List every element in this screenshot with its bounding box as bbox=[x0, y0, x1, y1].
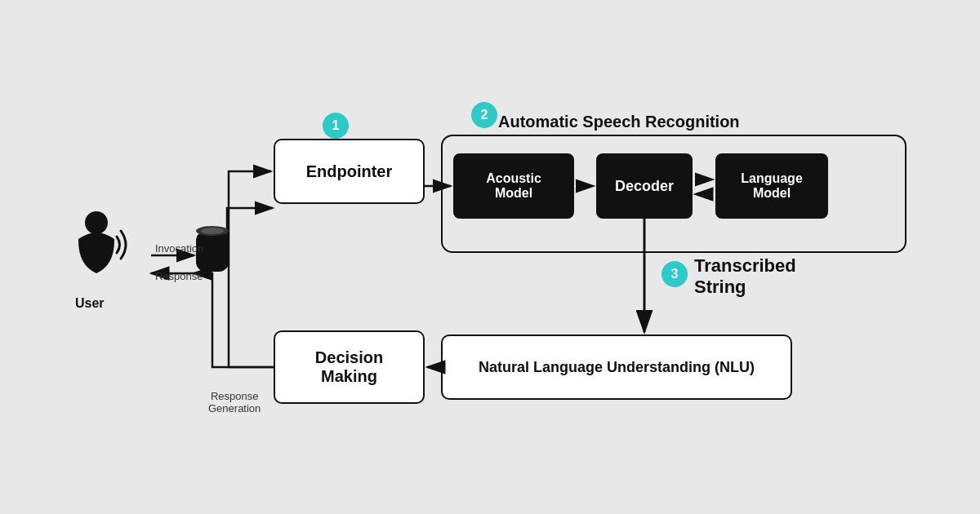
arrows-svg bbox=[41, 29, 939, 485]
user-label: User bbox=[75, 296, 105, 311]
invocation-label: Invocation bbox=[155, 242, 203, 255]
svg-point-13 bbox=[201, 228, 224, 234]
response-generation-label: ResponseGeneration bbox=[208, 378, 261, 414]
svg-point-10 bbox=[85, 211, 108, 234]
diagram: Automatic Speech Recognition 2 1 3 Trans… bbox=[41, 29, 939, 485]
response-label: Response bbox=[155, 270, 203, 282]
user-figure bbox=[64, 208, 129, 290]
